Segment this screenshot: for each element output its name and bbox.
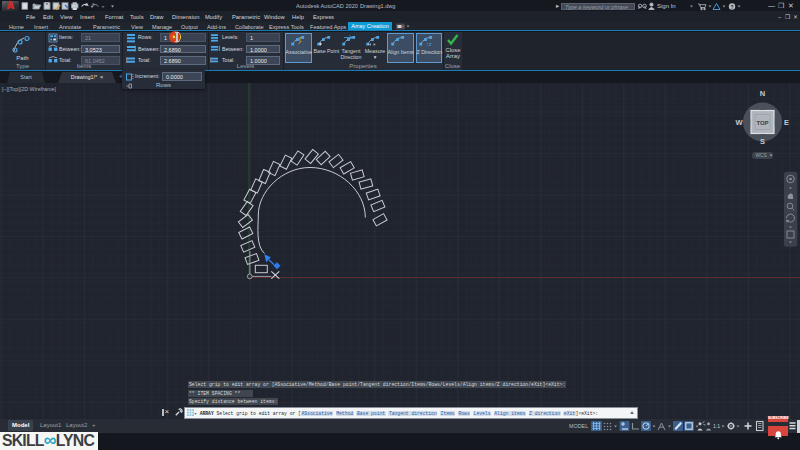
- svg-text:W: W: [735, 118, 743, 127]
- svg-text:WCS: WCS: [755, 153, 766, 158]
- svg-text:1:1: 1:1: [713, 423, 720, 429]
- svg-text:TOP: TOP: [756, 120, 768, 126]
- svg-text:N: N: [760, 89, 765, 98]
- svg-text:↑z: ↑z: [426, 41, 432, 47]
- svg-text:S: S: [760, 137, 765, 146]
- svg-text:E: E: [784, 118, 789, 127]
